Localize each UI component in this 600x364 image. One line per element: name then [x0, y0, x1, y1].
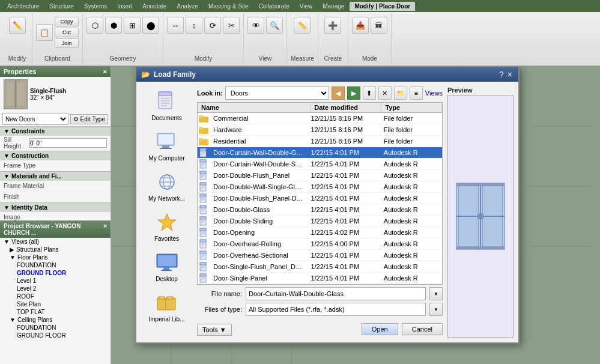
geo-btn4[interactable]: ⬤	[142, 17, 159, 34]
nav-item-my-computer[interactable]: My Computer	[141, 127, 192, 165]
tab-collaborate[interactable]: Collaborate	[254, 2, 294, 11]
look-in-select[interactable]: Doors	[225, 86, 329, 100]
file-date-cell: 12/21/15 8:16 PM	[307, 137, 380, 145]
col-type-header[interactable]: Type	[381, 103, 442, 112]
tab-systems[interactable]: Systems	[79, 2, 112, 11]
identity-divider[interactable]: ▼ Identity Data	[0, 202, 111, 212]
browser-item-ground-floor[interactable]: GROUND FLOOR	[0, 269, 111, 277]
constraints-divider[interactable]: ▼ Constraints	[0, 126, 111, 136]
browser-item-ceiling-foundation[interactable]: FOUNDATION	[0, 324, 111, 332]
file-row-9[interactable]: Door-Double-Sliding1/22/15 4:01 PMAutode…	[198, 216, 442, 227]
file-row-10[interactable]: Door-Opening1/22/15 4:02 PMAutodesk R	[198, 227, 442, 238]
dialog-help-button[interactable]: ?	[499, 70, 504, 79]
browser-item-top-flat[interactable]: TOP FLAT	[0, 308, 111, 316]
filename-input[interactable]	[246, 287, 426, 300]
view-btn1[interactable]: 👁	[247, 17, 264, 34]
file-row-5[interactable]: Door-Double-Flush_Panel1/22/15 4:01 PMAu…	[198, 170, 442, 181]
geo-btn1[interactable]: ⬡	[86, 17, 103, 34]
col-date-header[interactable]: Date modified	[311, 103, 381, 112]
browser-close-btn[interactable]: ×	[103, 223, 107, 236]
file-row-3[interactable]: Door-Curtain-Wall-Double-Glass1/22/15 4:…	[198, 147, 442, 159]
tab-annotate[interactable]: Annotate	[138, 2, 171, 11]
mod-btn2[interactable]: ↕	[186, 17, 202, 34]
browser-item-ceiling-plans[interactable]: ▼ Ceiling Plans	[0, 316, 111, 324]
join-btn[interactable]: Join	[55, 38, 79, 48]
sill-height-input[interactable]	[29, 138, 107, 148]
mod-btn4[interactable]: ✂	[223, 17, 240, 34]
nav-item-imperial-lib[interactable]: Imperial Lib...	[141, 288, 192, 326]
tab-modify-place-door[interactable]: Modify | Place Door	[350, 2, 415, 11]
geo-btn3[interactable]: ⊞	[124, 17, 141, 34]
browser-item-floor-plans[interactable]: ▼ Floor Plans	[0, 253, 111, 261]
cancel-button[interactable]: Cancel	[402, 323, 443, 335]
file-row-12[interactable]: Door-Overhead-Sectional1/22/15 4:01 PMAu…	[198, 250, 442, 261]
delete-btn[interactable]: ✕	[378, 86, 392, 100]
measure-btn[interactable]: 📏	[294, 17, 311, 34]
tab-massing[interactable]: Massing & Site	[204, 2, 253, 11]
svg-rect-50	[200, 160, 206, 162]
browser-item-site-plan[interactable]: Site Plan	[0, 300, 111, 308]
nav-item-desktop[interactable]: Desktop	[141, 247, 192, 285]
file-row-2[interactable]: Residential12/21/15 8:16 PMFile folder	[198, 136, 442, 147]
browser-item-views[interactable]: ▼ Views (all)	[0, 238, 111, 246]
filetype-dropdown-btn[interactable]: ▼	[429, 303, 443, 316]
file-row-11[interactable]: Door-Overhead-Rolling1/22/15 4:00 PMAuto…	[198, 238, 442, 250]
filename-dropdown-btn[interactable]: ▼	[429, 287, 443, 300]
nav-item-favorites[interactable]: Favorites	[141, 207, 192, 245]
view-btn2[interactable]: 🔍	[266, 17, 283, 34]
tab-view[interactable]: View	[295, 2, 318, 11]
materials-divider[interactable]: ▼ Materials and Fi...	[0, 171, 111, 181]
edit-type-button[interactable]: ⚙ Edit Type	[70, 114, 108, 124]
file-row-1[interactable]: Hardware12/21/15 8:16 PMFile folder	[198, 124, 442, 136]
tab-architecture[interactable]: Architecture	[2, 2, 44, 11]
type-selector-row: New Doors ⚙ Edit Type	[0, 112, 111, 126]
open-button[interactable]: Open	[362, 323, 398, 335]
documents-icon	[155, 89, 179, 114]
filetype-input[interactable]	[246, 303, 426, 316]
col-name-header[interactable]: Name	[198, 103, 311, 112]
mod-btn1[interactable]: ↔	[167, 17, 184, 34]
tab-structure[interactable]: Structure	[44, 2, 79, 11]
mod-btn3[interactable]: ⟳	[204, 17, 221, 34]
file-row-6[interactable]: Door-Double-Wall-Single-Glass1/22/15 4:0…	[198, 181, 442, 193]
modify-btn[interactable]: ✏️	[9, 17, 26, 34]
construction-divider[interactable]: ▼ Construction	[0, 151, 111, 160]
properties-close-btn[interactable]: ×	[103, 68, 107, 75]
geo-btn2[interactable]: ⬢	[105, 17, 122, 34]
tab-manage[interactable]: Manage	[318, 2, 349, 11]
tab-analyze[interactable]: Analyze	[172, 2, 203, 11]
svg-rect-41	[199, 127, 203, 129]
load-family-btn[interactable]: 📥	[352, 17, 369, 34]
browser-item-structural[interactable]: ▶ Structural Plans	[0, 246, 111, 253]
file-row-7[interactable]: Door-Double-Flush_Panel-Double-Acting1/2…	[198, 193, 442, 204]
nav-item-network[interactable]: My Network...	[141, 167, 192, 205]
nav-back-btn[interactable]: ◀	[332, 86, 345, 100]
dialog-close-button[interactable]: ×	[506, 70, 514, 79]
browser-item-roof[interactable]: ROOF	[0, 293, 111, 300]
file-row-4[interactable]: Door-Curtain-Wall-Double-Storefront1/22/…	[198, 159, 442, 170]
browser-item-level2[interactable]: Level 2	[0, 285, 111, 293]
file-row-0[interactable]: Commercial12/21/15 8:16 PMFile folder	[198, 113, 442, 124]
copy-btn[interactable]: Copy	[55, 17, 79, 26]
nav-item-documents[interactable]: Documents	[141, 86, 192, 124]
model-inplace-btn[interactable]: 🏛	[371, 17, 387, 34]
cut-btn[interactable]: Cut	[55, 28, 79, 37]
browser-item-ceiling-ground[interactable]: GROUND FLOOR	[0, 332, 111, 339]
nav-up-btn[interactable]: ⬆	[363, 86, 376, 100]
browser-item-level1[interactable]: Level 1	[0, 277, 111, 285]
file-type-cell: Autodesk R	[380, 183, 442, 191]
modify-icons: ✏️	[9, 14, 26, 34]
tools-button[interactable]: Tools ▼	[197, 324, 232, 336]
create-btn[interactable]: ➕	[324, 17, 341, 34]
file-row-13[interactable]: Door-Single-Flush_Panel_Double-Acting1/2…	[198, 261, 442, 273]
new-folder-btn[interactable]: 📁	[394, 86, 407, 100]
type-selector[interactable]: New Doors	[2, 113, 68, 125]
nav-forward-btn[interactable]: ▶	[347, 86, 360, 100]
svg-rect-109	[477, 213, 480, 219]
views-btn[interactable]: ≡	[410, 86, 423, 100]
file-row-14[interactable]: Door-Single-Panel1/22/15 4:01 PMAutodesk…	[198, 273, 442, 284]
file-row-8[interactable]: Door-Double-Glass1/22/15 4:01 PMAutodesk…	[198, 204, 442, 216]
tab-insert[interactable]: Insert	[112, 2, 137, 11]
browser-item-foundation[interactable]: FOUNDATION	[0, 261, 111, 269]
paste-btn[interactable]: 📋	[36, 24, 53, 41]
